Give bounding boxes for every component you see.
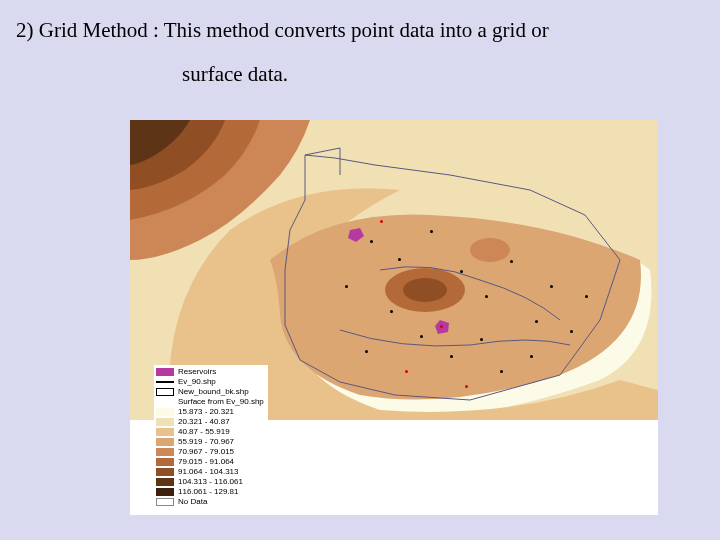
sample-point (465, 385, 468, 388)
svg-point-1 (403, 278, 447, 302)
sample-point (530, 355, 533, 358)
legend-label: 15.873 - 20.321 (178, 407, 234, 417)
legend-row: 20.321 - 40.87 (156, 417, 264, 427)
legend-row: Ev_90.shp (156, 377, 264, 387)
class-swatch (156, 478, 174, 486)
class-swatch (156, 468, 174, 476)
sample-point (390, 310, 393, 313)
sample-point (440, 325, 443, 328)
legend-row: New_bound_bk.shp (156, 387, 264, 397)
sample-point (550, 285, 553, 288)
boundary-swatch (156, 388, 174, 396)
legend-label: Surface from Ev_90.shp (178, 397, 264, 407)
legend-row: 70.967 - 79.015 (156, 447, 264, 457)
legend-label: 55.919 - 70.967 (178, 437, 234, 447)
sample-point (570, 330, 573, 333)
legend-label: 79.015 - 91.064 (178, 457, 234, 467)
class-swatch (156, 448, 174, 456)
sample-point (460, 270, 463, 273)
class-swatch (156, 408, 174, 416)
map-legend: Reservoirs Ev_90.shp New_bound_bk.shp Su… (154, 365, 268, 509)
legend-row: 15.873 - 20.321 (156, 407, 264, 417)
heading-line-1: 2) Grid Method : This method converts po… (16, 18, 549, 43)
legend-row: Reservoirs (156, 367, 264, 377)
sample-point (345, 285, 348, 288)
reservoir-swatch (156, 368, 174, 376)
sample-point (420, 335, 423, 338)
legend-label: Ev_90.shp (178, 377, 216, 387)
legend-label: Reservoirs (178, 367, 216, 377)
legend-label: 20.321 - 40.87 (178, 417, 230, 427)
legend-label: No Data (178, 497, 207, 507)
sample-point (365, 350, 368, 353)
legend-label: New_bound_bk.shp (178, 387, 249, 397)
sample-point (450, 355, 453, 358)
class-swatch (156, 428, 174, 436)
legend-label: 40.87 - 55.919 (178, 427, 230, 437)
sample-point (510, 260, 513, 263)
sample-point (485, 295, 488, 298)
class-swatch (156, 488, 174, 496)
legend-header: Surface from Ev_90.shp (156, 397, 264, 407)
sample-point (380, 220, 383, 223)
sample-point (398, 258, 401, 261)
sample-point (535, 320, 538, 323)
class-swatch (156, 498, 174, 506)
sample-point (405, 370, 408, 373)
legend-label: 116.061 - 129.81 (178, 487, 239, 497)
legend-row: 104.313 - 116.061 (156, 477, 264, 487)
class-swatch (156, 438, 174, 446)
grid-method-figure: Reservoirs Ev_90.shp New_bound_bk.shp Su… (130, 120, 658, 515)
legend-label: 70.967 - 79.015 (178, 447, 234, 457)
legend-row: 40.87 - 55.919 (156, 427, 264, 437)
sample-point (430, 230, 433, 233)
legend-row: 91.064 - 104.313 (156, 467, 264, 477)
class-swatch (156, 458, 174, 466)
class-swatch (156, 418, 174, 426)
heading-line-2: surface data. (182, 62, 288, 87)
sample-point (585, 295, 588, 298)
sample-point (370, 240, 373, 243)
legend-label: 91.064 - 104.313 (178, 467, 239, 477)
point-swatch (156, 381, 174, 383)
sample-point (500, 370, 503, 373)
legend-row: 55.919 - 70.967 (156, 437, 264, 447)
legend-row: 79.015 - 91.064 (156, 457, 264, 467)
slide: 2) Grid Method : This method converts po… (0, 0, 720, 540)
sample-point (480, 338, 483, 341)
legend-row: No Data (156, 497, 264, 507)
legend-label: 104.313 - 116.061 (178, 477, 243, 487)
interpolated-surface-map: Reservoirs Ev_90.shp New_bound_bk.shp Su… (130, 120, 658, 515)
legend-row: 116.061 - 129.81 (156, 487, 264, 497)
svg-point-2 (470, 238, 510, 262)
